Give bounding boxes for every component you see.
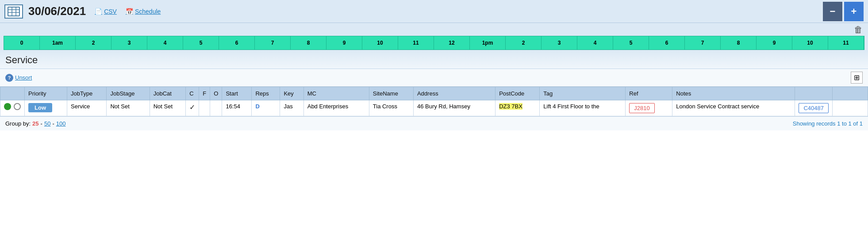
jobcat-cell: Not Set [150,100,186,116]
unsort-link[interactable]: Unsort [15,74,32,81]
group-by-label: Group by: [5,120,31,127]
group-50-link[interactable]: 50 [44,120,50,127]
timeline-tick: 7 [685,36,721,50]
trash-icon[interactable]: 🗑 [854,25,863,35]
timeline-tick: 1am [40,36,76,50]
timeline-tick: 10 [792,36,828,50]
timeline-tick: 8 [721,36,757,50]
timeline-tick: 3 [542,36,577,50]
rep-value: D [255,103,259,110]
timeline-tick: 7 [255,36,291,50]
col-f: F [199,87,210,100]
postcode-value: DZ3 7BX [499,103,522,110]
timeline-tick: 8 [291,36,326,50]
col-address: Address [413,87,495,100]
postcode-cell: DZ3 7BX [495,100,540,116]
records-count: Showing records 1 to 1 of 1 [793,120,863,127]
footer-group-by: Group by: 25 - 50 - 100 [5,120,65,127]
timeline-tick: 0 [4,36,40,50]
timeline-tick: 1pm [470,36,506,50]
timeline-tick: 10 [362,36,398,50]
start-cell: 16:54 [222,100,252,116]
sitename-cell: Tia Cross [369,100,413,116]
green-dot [4,103,11,110]
calendar-grid-icon[interactable] [4,4,23,19]
zoom-out-button[interactable]: − [823,2,842,21]
timeline-tick: 2 [76,36,111,50]
csv-icon: 📄 [95,8,102,15]
tag-cell: Lift 4 First Floor to the [540,100,626,116]
col-extra1 [795,87,833,100]
extra-cell [833,100,868,116]
timeline-tick: 6 [649,36,685,50]
jobtype-cell: Service [67,100,107,116]
notes-cell: London Service Contract service [672,100,795,116]
col-reps: Reps [252,87,280,100]
col-start: Start [222,87,252,100]
group-100-link[interactable]: 100 [56,120,66,127]
address-cell: 46 Bury Rd, Hamsey [413,100,495,116]
timeline-tick: 3 [111,36,147,50]
timeline-tick: 2 [506,36,542,50]
priority-cell: Low [25,100,67,116]
trash-row: 🗑 [4,25,864,36]
reps-cell: D [252,100,280,116]
timeline-tick: 12 [434,36,470,50]
timeline-tick: 4 [577,36,613,50]
check-icon: ✓ [189,103,195,111]
svg-rect-0 [8,7,19,16]
zoom-in-button[interactable]: + [844,2,864,21]
section-title-area: Service [0,50,868,69]
controls-row: ? Unsort ⊞ [0,69,868,87]
empty-dot [14,103,21,110]
timeline-tick: 6 [219,36,255,50]
col-jobcat: JobCat [150,87,186,100]
col-tag: Tag [540,87,626,100]
o-cell [210,100,222,116]
f-cell [199,100,210,116]
timeline-ruler: 01am234567891011121pm234567891011 [4,36,864,50]
timeline-tick: 9 [326,36,362,50]
ref2-cell: C40487 [795,100,833,116]
col-c: C [186,87,199,100]
status-dot-cell[interactable] [0,100,25,116]
grid-view-button[interactable]: ⊞ [851,72,863,84]
jobstage-cell: Not Set [107,100,150,116]
timeline-tick: 11 [398,36,434,50]
key-cell: Jas [280,100,303,116]
timeline-area: 🗑 01am234567891011121pm234567891011 [0,23,868,50]
section-title: Service [5,54,863,66]
ref-cell: J2810 [626,100,672,116]
footer-row: Group by: 25 - 50 - 100 Showing records … [0,116,868,130]
help-icon[interactable]: ? [5,74,13,82]
col-jobtype: JobType [67,87,107,100]
col-ref: Ref [626,87,672,100]
main-table: Priority JobType JobStage JobCat C F O S… [0,87,868,116]
col-postcode: PostCode [495,87,540,100]
ref-button[interactable]: J2810 [629,103,654,113]
header-date: 30/06/2021 [28,4,86,18]
csv-link[interactable]: 📄 CSV [95,8,117,15]
timeline-tick: 5 [183,36,219,50]
col-jobstage: JobStage [107,87,150,100]
priority-badge: Low [28,103,52,112]
table-row: LowServiceNot SetNot Set✓16:54DJasAbd En… [0,100,868,116]
ref2-button[interactable]: C40487 [799,103,829,113]
c-cell: ✓ [186,100,199,116]
col-priority: Priority [25,87,67,100]
mc-cell: Abd Enterprises [303,100,369,116]
col-extra2 [833,87,868,100]
col-dot [0,87,25,100]
col-sitename: SiteName [369,87,413,100]
schedule-link[interactable]: 📅 Schedule [126,8,161,15]
col-mc: MC [303,87,369,100]
timeline-tick: 4 [147,36,183,50]
data-table-wrapper: Priority JobType JobStage JobCat C F O S… [0,87,868,116]
timeline-tick: 5 [613,36,649,50]
col-o: O [210,87,222,100]
timeline-tick: 9 [757,36,792,50]
col-key: Key [280,87,303,100]
group-25[interactable]: 25 [32,120,38,127]
table-header-row: Priority JobType JobStage JobCat C F O S… [0,87,868,100]
col-notes: Notes [672,87,795,100]
